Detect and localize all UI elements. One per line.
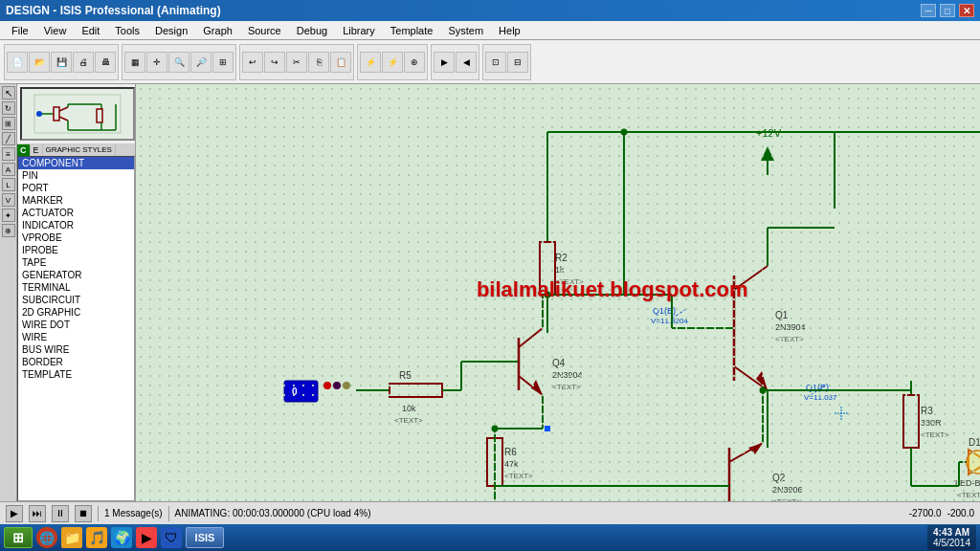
junction1 [621,129,628,136]
origin-button[interactable]: ✛ [146,52,167,73]
comp-item-actuator[interactable]: ACTUATOR [18,207,134,219]
tab-e[interactable]: E [31,144,43,156]
status-sep1 [98,506,99,521]
cut-button[interactable]: ✂ [286,52,307,73]
maximize-button[interactable]: □ [940,4,955,17]
menu-system[interactable]: System [440,21,491,40]
select-tool[interactable]: ↖ [2,86,15,99]
stop-button[interactable]: ⏹ [75,505,92,522]
menu-library[interactable]: Library [335,21,383,40]
comp-item-subcircuit[interactable]: SUBCIRCUIT [18,294,134,306]
comp-item-terminal[interactable]: TERMINAL [18,281,134,294]
statusbar: ▶ ⏭ ⏸ ⏹ 1 Message(s) ANIMATING: 00:00:03… [0,501,980,524]
print2-button[interactable]: 🖶 [95,52,116,73]
menu-edit[interactable]: Edit [74,21,107,40]
probe-tool[interactable]: V [2,193,15,207]
menu-source[interactable]: Source [240,21,289,40]
comp-item-pin[interactable]: PIN [18,169,134,182]
probe3-button[interactable]: ⊕ [404,52,425,73]
comp-item-tape[interactable]: TAPE [18,256,134,269]
comp-item-marker[interactable]: MARKER [18,194,134,207]
step-button[interactable]: ⏭ [29,505,46,522]
d1-label: D1 [969,437,980,448]
wire-tool[interactable]: ╱ [2,132,15,145]
comp-item-buswire[interactable]: BUS WIRE [18,343,134,356]
comp-item-2dgraphic[interactable]: 2D GRAPHIC [18,306,134,319]
svg-rect-57 [903,395,919,448]
probe-dark [333,382,341,389]
comp-item-vprobe[interactable]: VPROBE [18,231,134,244]
left-icon-bar: ↖ ↻ ⊞ ╱ ≡ A L V ✦ ⊕ [0,84,17,501]
redo-button[interactable]: ↪ [264,52,285,73]
copy-button[interactable]: ⎘ [308,52,329,73]
q1-text: <TEXT> [775,335,804,343]
start-button[interactable]: ⊞ [4,527,33,548]
comp-item-template[interactable]: TEMPLATE [18,368,134,381]
grid-button[interactable]: ▦ [124,52,145,73]
zoom-tool[interactable]: ⊕ [2,224,15,237]
extra2-button[interactable]: ⊟ [507,52,528,73]
close-button[interactable]: ✕ [959,4,974,17]
pause-button[interactable]: ⏸ [52,505,69,522]
probe2-button[interactable]: ⚡ [382,52,403,73]
comp-item-port[interactable]: PORT [18,182,134,194]
q2-value: 2N3906 [772,485,803,495]
undo-button[interactable]: ↩ [242,52,263,73]
coords-area: -2700.0 -200.0 [909,508,974,518]
comp-item-component[interactable]: COMPONENT [18,157,134,169]
tab-graphic-styles[interactable]: GRAPHIC STYLES [43,144,116,156]
new-button[interactable]: 📄 [7,52,28,73]
taskbar-icon-media2[interactable]: ▶ [136,527,157,548]
extra1-button[interactable]: ⊡ [485,52,506,73]
comp-item-wiredot[interactable]: WIRE DOT [18,319,134,331]
tab-c[interactable]: C [17,144,31,156]
sim2-button[interactable]: ◀ [456,52,477,73]
zoomout-button[interactable]: 🔎 [190,52,212,73]
title-text: DESIGN - ISIS Professional (Animating) [6,4,221,17]
component-list[interactable]: COMPONENT PIN PORT MARKER ACTUATOR INDIC… [17,156,135,501]
minimize-button[interactable]: ─ [921,4,936,17]
r5-value: 10k [402,404,416,413]
comp-item-wire[interactable]: WIRE [18,331,134,343]
taskbar-icon-folder[interactable]: 📁 [61,527,82,548]
label-tool[interactable]: L [2,178,15,191]
isis-taskbar-button[interactable]: ISIS [186,527,224,548]
play-button[interactable]: ▶ [6,505,23,522]
taskbar-icon-browser[interactable]: 🌍 [111,527,132,548]
taskbar-icon-chrome[interactable]: 🌐 [36,527,57,548]
print-button[interactable]: 🖨 [73,52,94,73]
menu-file[interactable]: File [4,21,36,40]
menu-template[interactable]: Template [383,21,441,40]
probe1-button[interactable]: ⚡ [360,52,381,73]
bus-tool[interactable]: ≡ [2,147,15,161]
zoomin-button[interactable]: 🔍 [168,52,189,73]
open-button[interactable]: 📂 [29,52,50,73]
marker-tool[interactable]: ✦ [2,209,15,222]
comp-item-generator[interactable]: GENERATOR [18,269,134,281]
rotate-tool[interactable]: ↻ [2,101,15,115]
menu-debug[interactable]: Debug [289,21,335,40]
text-tool[interactable]: A [2,163,15,176]
comp-item-iprobe[interactable]: IPROBE [18,244,134,256]
r5-text: <TEXT> [394,416,423,425]
zoomall-button[interactable]: ⊞ [212,52,234,73]
preview-schematic [30,90,125,138]
paste-button[interactable]: 📋 [330,52,351,73]
comp-item-border[interactable]: BORDER [18,356,134,368]
taskbar-icon-media[interactable]: 🎵 [86,527,107,548]
menu-graph[interactable]: Graph [195,21,240,40]
canvas-area[interactable]: bilalmalikuet.blogspot.com +12V R2 1k <T… [136,84,980,501]
menu-tools[interactable]: Tools [107,21,147,40]
r6-text: <TEXT> [504,472,533,480]
menu-design[interactable]: Design [147,21,195,40]
comp-item-indicator[interactable]: INDICATOR [18,219,134,231]
preview-container [17,84,135,144]
menu-help[interactable]: Help [491,21,528,40]
save-button[interactable]: 💾 [51,52,72,73]
q2-label: Q2 [772,473,786,483]
menu-view[interactable]: View [36,21,75,40]
r6-label: R6 [504,447,517,457]
sim1-button[interactable]: ▶ [434,52,455,73]
component-tool[interactable]: ⊞ [2,117,15,130]
taskbar-icon-security[interactable]: 🛡 [161,527,182,548]
